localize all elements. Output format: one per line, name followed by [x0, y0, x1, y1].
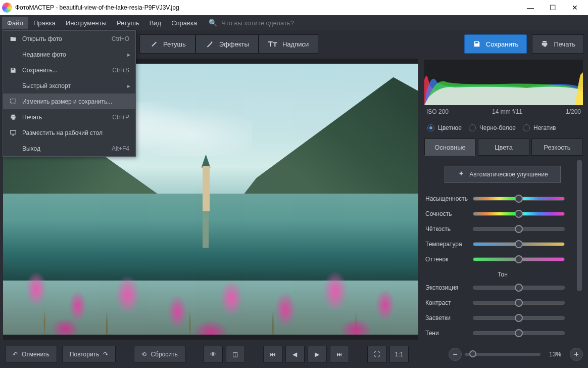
- chevron-first-icon: ⏮: [270, 351, 276, 358]
- menubar: Файл Правка Инструменты Ретушь Вид Справ…: [0, 15, 588, 30]
- redo-icon: ↷: [103, 351, 108, 358]
- menu-recent[interactable]: Недавние фото ▸: [3, 47, 135, 62]
- slider-vibrance[interactable]: [473, 212, 565, 216]
- slider-tint-label: Оттенок: [425, 256, 469, 263]
- tab-retouch-label: Ретушь: [163, 40, 186, 48]
- menu-retouch[interactable]: Ретушь: [112, 17, 144, 29]
- zoom-in-button[interactable]: +: [570, 348, 583, 361]
- zoom-1to1-button[interactable]: 1:1: [389, 346, 409, 363]
- radio-bw[interactable]: Черно-белое: [469, 124, 516, 131]
- redo-button[interactable]: Повторить↷: [62, 346, 116, 363]
- menu-help[interactable]: Справка: [166, 17, 202, 29]
- slider-exposure[interactable]: [473, 286, 565, 290]
- slider-highlights[interactable]: [473, 316, 565, 320]
- compare-split-button[interactable]: ◫: [226, 346, 245, 363]
- tab-text[interactable]: Tᴛ Надписи: [259, 34, 318, 54]
- search-icon[interactable]: 🔍: [206, 19, 219, 27]
- slider-shadows[interactable]: [473, 331, 565, 335]
- tab-effects[interactable]: Эффекты: [195, 34, 259, 54]
- exif-iso: ISO 200: [426, 108, 449, 115]
- ptab-sharp[interactable]: Резкость: [531, 139, 583, 156]
- panel-scrollbar[interactable]: [576, 159, 583, 339]
- print-button[interactable]: Печать: [532, 34, 584, 54]
- auto-enhance-label: Автоматическое улучшение: [469, 171, 548, 178]
- diskette-icon: [9, 66, 17, 74]
- menu-file[interactable]: Файл: [2, 17, 28, 29]
- print-label: Печать: [554, 40, 575, 48]
- menu-wallpaper[interactable]: Разместить на рабочий стол: [3, 125, 135, 141]
- diskette-icon: [473, 40, 481, 48]
- window-title: ФотоМАСТЕР - beautiful-view-of-the-lake-…: [15, 4, 519, 11]
- nav-next-button[interactable]: ▶: [308, 346, 327, 363]
- slider-saturation[interactable]: [473, 197, 565, 201]
- tab-text-label: Надписи: [282, 40, 309, 48]
- ptab-basic[interactable]: Основные: [424, 139, 476, 156]
- auto-enhance-button[interactable]: Автоматическое улучшение: [445, 166, 561, 183]
- slider-shadows-label: Тени: [425, 330, 469, 337]
- slider-vibrance-label: Сочность: [425, 210, 469, 217]
- tab-effects-label: Эффекты: [219, 40, 249, 48]
- exif-shutter: 1/200: [566, 108, 581, 115]
- menu-resize-save[interactable]: Изменить размер и сохранить...: [3, 94, 135, 109]
- magic-icon: [457, 170, 465, 178]
- minimize-button[interactable]: —: [519, 0, 542, 15]
- nav-last-button[interactable]: ⏭: [330, 346, 349, 363]
- slider-clarity-label: Чёткость: [425, 225, 469, 233]
- section-tone: Тон: [424, 267, 581, 280]
- chevron-right-icon: ▸: [127, 82, 130, 89]
- slider-temperature[interactable]: [473, 242, 565, 246]
- zoom-percent: 13%: [544, 351, 567, 358]
- slider-highlights-label: Засветки: [425, 314, 469, 321]
- slider-saturation-label: Насыщенность: [425, 195, 469, 202]
- search-placeholder[interactable]: Что вы хотите сделать?: [221, 19, 294, 27]
- undo-icon: ↶: [13, 351, 18, 358]
- chevron-right-icon: ▶: [315, 351, 319, 358]
- file-menu-dropdown: Открыть фото Ctrl+O Недавние фото ▸ Сохр…: [3, 30, 136, 157]
- exif-lens: 14 mm f/11: [492, 108, 522, 115]
- printer-icon: [541, 40, 549, 48]
- zoom-slider[interactable]: [465, 353, 541, 356]
- radio-color[interactable]: Цветное: [427, 124, 462, 131]
- slider-tint[interactable]: [473, 257, 565, 261]
- maximize-button[interactable]: ☐: [542, 0, 564, 15]
- menu-tools[interactable]: Инструменты: [61, 17, 112, 29]
- monitor-icon: [9, 129, 17, 137]
- menu-exit[interactable]: Выход Alt+F4: [3, 141, 135, 156]
- brush-icon: [149, 39, 158, 49]
- ptab-colors[interactable]: Цвета: [478, 139, 529, 156]
- chevron-last-icon: ⏭: [336, 351, 342, 358]
- close-button[interactable]: ✕: [564, 0, 586, 15]
- slider-exposure-label: Экспозиция: [425, 284, 469, 291]
- bottom-bar: ↶Отменить Повторить↷ ⟲Сбросить 👁 ◫ ⏮ ◀ ▶…: [0, 341, 588, 368]
- svg-rect-1: [11, 130, 16, 134]
- slider-clarity[interactable]: [473, 227, 565, 231]
- color-mode-row: Цветное Черно-белое Негатив: [424, 120, 583, 135]
- menu-save[interactable]: Сохранить... Ctrl+S: [3, 62, 135, 78]
- folder-icon: [9, 35, 17, 43]
- menu-open-photo[interactable]: Открыть фото Ctrl+O: [3, 31, 135, 47]
- reset-button[interactable]: ⟲Сбросить: [134, 346, 185, 363]
- menu-quick-export[interactable]: Быстрый экспорт ▸: [3, 78, 135, 94]
- radio-negative[interactable]: Негатив: [523, 124, 556, 131]
- wand-icon: [205, 39, 214, 49]
- nav-first-button[interactable]: ⏮: [263, 346, 282, 363]
- compare-before-button[interactable]: 👁: [204, 346, 223, 363]
- tab-retouch[interactable]: Ретушь: [139, 34, 195, 54]
- undo-button[interactable]: ↶Отменить: [5, 346, 57, 363]
- eye-icon: 👁: [210, 351, 216, 358]
- chevron-left-icon: ◀: [292, 351, 297, 358]
- chevron-right-icon: ▸: [127, 51, 130, 58]
- menu-print[interactable]: Печать Ctrl+P: [3, 109, 135, 125]
- nav-prev-button[interactable]: ◀: [285, 346, 305, 363]
- panel-tabs: Основные Цвета Резкость: [424, 139, 583, 156]
- fit-screen-button[interactable]: ⛶: [367, 346, 386, 363]
- menu-view[interactable]: Вид: [144, 17, 167, 29]
- split-icon: ◫: [232, 351, 238, 358]
- exif-row: ISO 200 14 mm f/11 1/200: [424, 107, 583, 120]
- menu-edit[interactable]: Правка: [28, 17, 61, 29]
- slider-contrast[interactable]: [473, 301, 565, 305]
- fit-icon: ⛶: [374, 351, 380, 358]
- zoom-out-button[interactable]: −: [449, 348, 462, 361]
- reset-icon: ⟲: [141, 351, 146, 358]
- save-button[interactable]: Сохранить: [464, 34, 527, 54]
